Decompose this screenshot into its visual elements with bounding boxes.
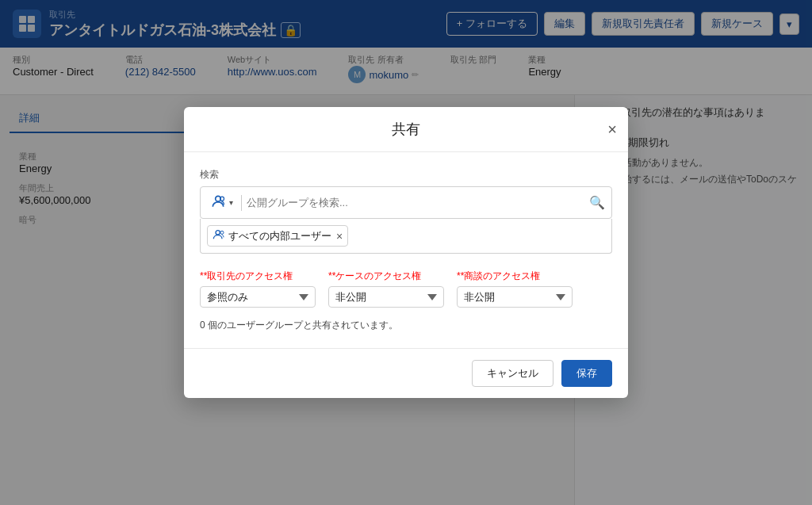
- modal-title: 共有: [392, 121, 420, 137]
- modal-body: 検索 ▾ 🔍: [184, 152, 628, 348]
- cancel-button[interactable]: キャンセル: [472, 360, 553, 387]
- access-opportunity-label: **商談のアクセス権: [457, 270, 573, 283]
- access-case-select[interactable]: 非公開 参照のみ 読み取り/書き込み: [328, 286, 444, 308]
- modal-overlay[interactable]: 共有 × 検索 ▾: [0, 0, 812, 505]
- search-type-icon: [210, 193, 226, 212]
- share-count-text: 0 個のユーザーグループと共有されています。: [200, 319, 612, 332]
- svg-point-7: [220, 231, 224, 234]
- modal-footer: キャンセル 保存: [184, 348, 628, 398]
- search-divider: [241, 195, 242, 211]
- share-modal: 共有 × 検索 ▾: [184, 107, 628, 398]
- access-case-label: **ケースのアクセス権: [328, 270, 444, 283]
- tag-remove-button[interactable]: ×: [336, 231, 343, 242]
- search-input[interactable]: [247, 197, 584, 209]
- selected-tag-all-internal: すべての内部ユーザー ×: [207, 225, 348, 247]
- modal-close-button[interactable]: ×: [607, 121, 617, 137]
- access-row: **取引先のアクセス権 参照のみ 読み取り/書き込み **ケースのアクセス権 非…: [200, 270, 612, 308]
- search-section-label: 検索: [200, 168, 612, 182]
- tag-label: すべての内部ユーザー: [228, 229, 331, 243]
- search-bar: ▾ 🔍: [200, 186, 612, 219]
- access-account-select[interactable]: 参照のみ 読み取り/書き込み: [200, 286, 316, 308]
- save-button[interactable]: 保存: [561, 360, 612, 387]
- access-account-label: **取引先のアクセス権: [200, 270, 316, 283]
- modal-header: 共有 ×: [184, 107, 628, 152]
- svg-point-6: [216, 231, 220, 235]
- access-account-item: **取引先のアクセス権 参照のみ 読み取り/書き込み: [200, 270, 316, 308]
- access-case-item: **ケースのアクセス権 非公開 参照のみ 読み取り/書き込み: [328, 270, 444, 308]
- access-opportunity-select[interactable]: 非公開 参照のみ 読み取り/書き込み: [457, 286, 573, 308]
- access-opportunity-item: **商談のアクセス権 非公開 参照のみ 読み取り/書き込み: [457, 270, 573, 308]
- selected-tags-container: すべての内部ユーザー ×: [200, 219, 612, 254]
- dropdown-arrow-icon: ▾: [229, 198, 233, 207]
- access-section: **取引先のアクセス権 参照のみ 読み取り/書き込み **ケースのアクセス権 非…: [200, 270, 612, 332]
- tag-group-icon: [213, 228, 225, 243]
- search-type-button[interactable]: ▾: [207, 192, 236, 213]
- search-submit-button[interactable]: 🔍: [589, 195, 605, 210]
